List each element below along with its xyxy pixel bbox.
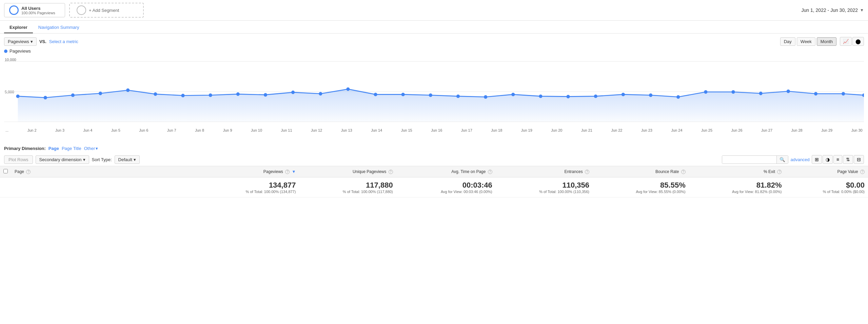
bar-view-button[interactable]: ≡	[833, 155, 842, 164]
svg-point-24	[594, 94, 597, 98]
dim-page-link[interactable]: Page	[48, 146, 59, 151]
svg-point-7	[126, 89, 130, 92]
secondary-dimension-button[interactable]: Secondary dimension ▾	[36, 155, 89, 164]
totals-bounce-rate-cell: 85.55% Avg for View: 85.55% (0.00%)	[593, 177, 689, 197]
header-avg-time-label: Avg. Time on Page	[451, 169, 486, 174]
svg-point-31	[787, 90, 790, 93]
totals-exit-pct-cell: 81.82% Avg for View: 81.82% (0.00%)	[689, 177, 785, 197]
table-custom-button[interactable]: ⊟	[854, 155, 864, 164]
select-metric-link[interactable]: Select a metric	[49, 39, 78, 44]
totals-pageviews-cell: 134,877 % of Total: 100.00% (134,877)	[202, 177, 299, 197]
chart-area: 10,000 5,000	[0, 54, 868, 142]
select-all-checkbox-header[interactable]	[0, 166, 11, 177]
tabs-bar: Explorer Navigation Summary	[0, 22, 868, 34]
header-bounce-rate[interactable]: Bounce Rate ?	[593, 166, 689, 177]
header-page[interactable]: Page ?	[11, 166, 202, 177]
totals-page-value-cell: $0.00 % of Total: 0.00% ($0.00)	[785, 177, 868, 197]
metric-dropdown-icon: ▾	[31, 39, 33, 44]
svg-point-26	[649, 93, 652, 97]
add-segment-circle-icon	[77, 5, 86, 15]
header-page-help-icon[interactable]: ?	[26, 170, 31, 174]
all-users-segment[interactable]: All Users 100.00% Pageviews	[4, 3, 65, 17]
header-unique-pv-label: Unique Pageviews	[353, 169, 386, 174]
header-entrances-label: Entrances	[565, 169, 583, 174]
table-toolbar: Plot Rows Secondary dimension ▾ Sort Typ…	[0, 153, 868, 166]
svg-point-3	[16, 94, 20, 98]
header-bounce-rate-help-icon[interactable]: ?	[681, 170, 686, 174]
metric-dropdown-button[interactable]: Pageviews ▾	[4, 37, 37, 46]
segments-left: All Users 100.00% Pageviews + Add Segmen…	[4, 3, 144, 18]
dim-other-chevron-icon: ▾	[96, 146, 98, 151]
secondary-dim-label: Secondary dimension	[39, 157, 82, 162]
total-pageviews-value: 134,877	[205, 181, 296, 190]
header-page-value[interactable]: Page Value ?	[785, 166, 868, 177]
header-exit-pct-help-icon[interactable]: ?	[777, 170, 782, 174]
legend-dot-icon	[4, 50, 7, 53]
totals-row: 134,877 % of Total: 100.00% (134,877) 11…	[0, 177, 868, 197]
sort-arrow-icon: ▼	[292, 169, 296, 174]
total-exit-pct-value: 81.82%	[692, 181, 782, 190]
add-segment-button[interactable]: + Add Segment	[69, 3, 144, 18]
day-button[interactable]: Day	[780, 37, 795, 46]
svg-point-19	[456, 94, 460, 98]
totals-entrances-cell: 110,356 % of Total: 100.00% (110,356)	[496, 177, 593, 197]
select-all-checkbox[interactable]	[3, 169, 8, 173]
total-unique-pv-value: 117,880	[302, 181, 393, 190]
time-controls: Day Week Month 📈 ⬤	[780, 37, 864, 46]
week-button[interactable]: Week	[797, 37, 815, 46]
header-entrances[interactable]: Entrances ?	[496, 166, 593, 177]
header-exit-pct[interactable]: % Exit ?	[689, 166, 785, 177]
svg-point-23	[567, 95, 570, 98]
header-unique-pageviews[interactable]: Unique Pageviews ?	[299, 166, 396, 177]
dim-other-dropdown[interactable]: Other ▾	[84, 146, 98, 151]
tab-navigation-summary[interactable]: Navigation Summary	[33, 22, 85, 33]
total-bounce-rate-sub: Avg for View: 85.55% (0.00%)	[596, 190, 686, 194]
grid-view-button[interactable]: ⊞	[812, 155, 822, 164]
header-avg-time[interactable]: Avg. Time on Page ?	[396, 166, 496, 177]
total-bounce-rate-value: 85.55%	[596, 181, 686, 190]
svg-point-17	[401, 93, 405, 96]
table-header-row: Page ? Pageviews ? ▼ Unique Pageviews ? …	[0, 166, 868, 177]
secondary-dim-chevron-icon: ▾	[83, 157, 85, 162]
search-icon-button[interactable]: 🔍	[776, 156, 788, 164]
search-box: 🔍	[722, 155, 788, 164]
legend-label: Pageviews	[9, 49, 31, 54]
svg-point-30	[759, 92, 763, 95]
totals-check-cell	[0, 177, 11, 197]
svg-point-29	[731, 90, 735, 94]
pivot-view-button[interactable]: ⇅	[843, 155, 853, 164]
table-toolbar-right: 🔍 advanced ⊞ ◑ ≡ ⇅ ⊟	[722, 155, 864, 164]
header-pageviews[interactable]: Pageviews ? ▼	[202, 166, 299, 177]
dim-page-title-link[interactable]: Page Title	[62, 146, 81, 151]
search-input[interactable]	[722, 156, 776, 164]
table-view-buttons: ⊞ ◑ ≡ ⇅ ⊟	[812, 155, 864, 164]
advanced-link[interactable]: advanced	[790, 157, 809, 162]
svg-point-9	[181, 94, 184, 97]
plot-rows-button[interactable]: Plot Rows	[4, 155, 33, 164]
sort-default-button[interactable]: Default ▾	[115, 155, 140, 164]
line-chart-icon-button[interactable]: 📈	[840, 37, 852, 46]
date-range-arrow-icon: ▼	[860, 8, 864, 13]
sort-type-label: Sort Type:	[92, 157, 112, 162]
pie-view-button[interactable]: ◑	[823, 155, 833, 164]
header-unique-pv-help-icon[interactable]: ?	[389, 170, 393, 174]
date-range[interactable]: Jun 1, 2022 - Jun 30, 2022 ▼	[802, 3, 864, 18]
metric-label: Pageviews	[8, 39, 29, 44]
pie-chart-icon-button[interactable]: ⬤	[852, 37, 864, 46]
total-page-value-sub: % of Total: 0.00% ($0.00)	[788, 190, 865, 194]
header-avg-time-help-icon[interactable]: ?	[488, 170, 492, 174]
svg-point-10	[209, 93, 212, 97]
month-button[interactable]: Month	[817, 37, 836, 46]
primary-dimension-bar: Primary Dimension: Page Page Title Other…	[0, 142, 868, 153]
header-entrances-help-icon[interactable]: ?	[585, 170, 589, 174]
chart-legend: Pageviews	[0, 47, 868, 54]
header-pageviews-help-icon[interactable]: ?	[285, 170, 290, 174]
header-exit-pct-label: % Exit	[764, 169, 775, 174]
dim-other-label: Other	[84, 146, 95, 151]
svg-point-5	[71, 93, 75, 97]
tab-explorer[interactable]: Explorer	[4, 22, 33, 33]
header-page-value-help-icon[interactable]: ?	[860, 170, 865, 174]
header-page-value-label: Page Value	[837, 169, 858, 174]
svg-point-14	[319, 92, 322, 95]
svg-point-6	[99, 92, 102, 95]
